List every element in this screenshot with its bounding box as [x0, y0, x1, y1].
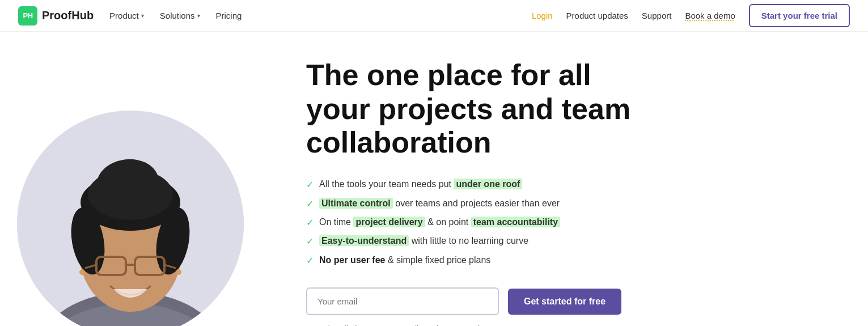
highlight-3a: project delivery	[353, 217, 425, 227]
navbar-left: PH ProofHub Product ▾ Solutions ▾ Pricin…	[18, 6, 242, 26]
email-input[interactable]	[306, 287, 499, 315]
hero-headline: The one place for all your projects and …	[306, 58, 646, 160]
features-list: ✓ All the tools your team needs put unde…	[306, 178, 845, 267]
person-illustration	[17, 111, 244, 326]
highlight-1: under one roof	[454, 179, 522, 189]
get-started-button[interactable]: Get started for free	[508, 289, 621, 315]
nav-product-updates[interactable]: Product updates	[566, 11, 628, 20]
feature-item-4: ✓ Easy-to-understand with little to no l…	[306, 235, 845, 248]
logo-name: ProofHub	[42, 9, 94, 22]
bold-5: No per user fee	[319, 255, 385, 265]
feature-item-5: ✓ No per user fee & simple fixed price p…	[306, 254, 845, 267]
hero-content: The one place for all your projects and …	[272, 47, 845, 326]
cta-row: Get started for free	[306, 287, 845, 315]
logo[interactable]: PH ProofHub	[18, 6, 94, 26]
feature-text-3: On time project delivery & on point team…	[319, 216, 560, 228]
nav-solutions-label: Solutions	[160, 11, 195, 20]
nav-pricing-label: Pricing	[216, 11, 242, 20]
chevron-down-icon: ▾	[141, 12, 144, 19]
svg-point-18	[176, 269, 181, 275]
nav-support[interactable]: Support	[642, 11, 672, 20]
nav-book-demo[interactable]: Book a demo	[685, 11, 735, 20]
svg-point-16	[141, 260, 159, 272]
hero-image-side	[0, 43, 272, 326]
svg-point-15	[102, 260, 120, 272]
check-icon-4: ✓	[306, 235, 314, 248]
nav-solutions[interactable]: Solutions ▾	[160, 11, 200, 20]
feature-text-5: No per user fee & simple fixed price pla…	[319, 254, 490, 266]
navbar: PH ProofHub Product ▾ Solutions ▾ Pricin…	[0, 0, 868, 32]
nav-login[interactable]: Login	[532, 11, 553, 20]
highlight-3b: team accountability	[471, 217, 560, 227]
chevron-down-icon: ▾	[197, 12, 200, 19]
start-trial-button[interactable]: Start your free trial	[749, 4, 850, 27]
nav-product-label: Product	[109, 11, 139, 20]
check-icon-1: ✓	[306, 179, 314, 191]
nav-product[interactable]: Product ▾	[109, 11, 144, 20]
navbar-right: Login Product updates Support Book a dem…	[532, 4, 850, 27]
feature-text-4: Easy-to-understand with little to no lea…	[319, 235, 528, 247]
nav-pricing[interactable]: Pricing	[216, 11, 242, 20]
highlight-2: Ultimate control	[319, 198, 393, 209]
highlight-4: Easy-to-understand	[319, 235, 409, 246]
hero-section: The one place for all your projects and …	[0, 32, 868, 326]
logo-icon: PH	[18, 6, 37, 26]
svg-point-17	[79, 269, 85, 275]
feature-item-2: ✓ Ultimate control over teams and projec…	[306, 197, 845, 210]
feature-text-2: Ultimate control over teams and projects…	[319, 197, 560, 210]
feature-item-3: ✓ On time project delivery & on point te…	[306, 216, 845, 229]
avatar-circle	[17, 111, 244, 326]
feature-text-1: All the tools your team needs put under …	[319, 178, 522, 190]
feature-item-1: ✓ All the tools your team needs put unde…	[306, 178, 845, 191]
check-icon-5: ✓	[306, 255, 314, 267]
check-icon-3: ✓	[306, 217, 314, 229]
check-icon-2: ✓	[306, 198, 314, 210]
